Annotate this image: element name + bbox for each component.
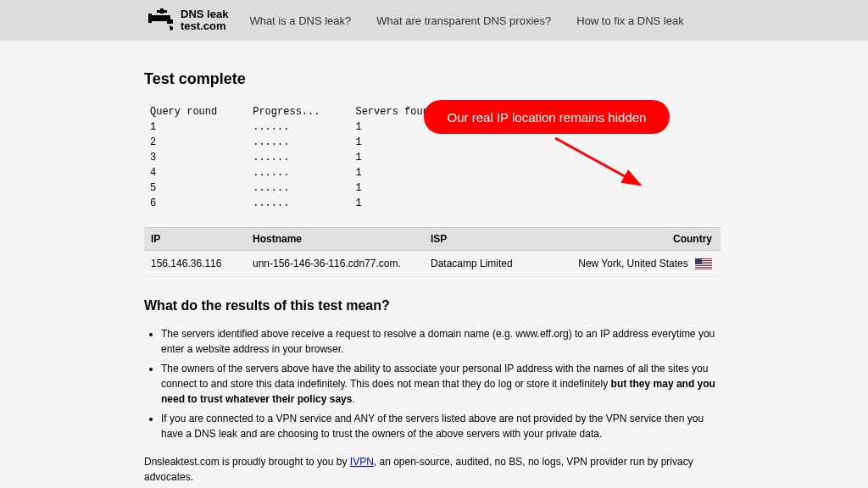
svg-rect-3 [167, 19, 173, 24]
results-header-isp: ISP [424, 228, 540, 251]
result-country: New York, United States [540, 251, 721, 277]
progress-row: 6......1 [150, 197, 469, 210]
logo-text: DNS leak test.com [181, 8, 228, 33]
nav: What is a DNS leak? What are transparent… [249, 14, 683, 27]
nav-how-to-fix[interactable]: How to fix a DNS leak [576, 14, 683, 27]
annotation-arrow-icon [551, 134, 653, 193]
explanation-heading: What do the results of this test mean? [144, 298, 724, 313]
logo[interactable]: DNS leak test.com [148, 8, 228, 33]
result-ip: 156.146.36.116 [144, 251, 246, 277]
progress-row: 5......1 [150, 181, 469, 195]
results-header-country: Country [540, 228, 721, 251]
svg-rect-9 [695, 264, 712, 265]
progress-row: 3......1 [150, 151, 469, 164]
progress-header-round: Query round [150, 105, 251, 119]
content: Test complete Query round Progress... Se… [0, 41, 868, 488]
svg-rect-10 [695, 266, 712, 267]
svg-rect-12 [695, 258, 702, 264]
progress-table: Query round Progress... Servers found 1.… [148, 103, 470, 212]
us-flag-icon [695, 258, 712, 269]
result-isp: Datacamp Limited [424, 251, 540, 277]
footer-text: Dnsleaktest.com is proudly brought to yo… [144, 454, 724, 485]
results-row: 156.146.36.116 unn-156-146-36-116.cdn77.… [144, 251, 721, 277]
progress-header-progress: Progress... [253, 105, 353, 119]
explanation: The servers identified above receive a r… [144, 326, 724, 485]
faucet-icon [148, 8, 175, 32]
page-title: Test complete [144, 70, 724, 88]
progress-row: 1......1 [150, 120, 469, 134]
annotation-bubble: Our real IP location remains hidden [424, 100, 670, 134]
explanation-bullet: The servers identified above receive a r… [161, 326, 724, 357]
svg-line-14 [555, 138, 640, 185]
results-table: IP Hostname ISP Country 156.146.36.116 u… [144, 227, 721, 277]
ivpn-link[interactable]: IVPN [350, 456, 374, 468]
svg-rect-1 [157, 10, 167, 13]
progress-row: 2......1 [150, 136, 469, 149]
nav-what-is-dns-leak[interactable]: What is a DNS leak? [249, 14, 351, 27]
result-hostname: unn-156-146-36-116.cdn77.com. [246, 251, 424, 277]
progress-row: 4......1 [150, 166, 469, 180]
explanation-bullet: If you are connected to a VPN service an… [161, 411, 724, 441]
svg-rect-11 [695, 268, 712, 269]
explanation-bullet: The owners of the servers above have the… [161, 361, 724, 407]
header: DNS leak test.com What is a DNS leak? Wh… [0, 0, 868, 41]
results-header-ip: IP [144, 228, 246, 251]
svg-rect-4 [148, 14, 152, 23]
nav-transparent-proxies[interactable]: What are transparent DNS proxies? [376, 14, 551, 27]
results-header-hostname: Hostname [246, 228, 424, 251]
